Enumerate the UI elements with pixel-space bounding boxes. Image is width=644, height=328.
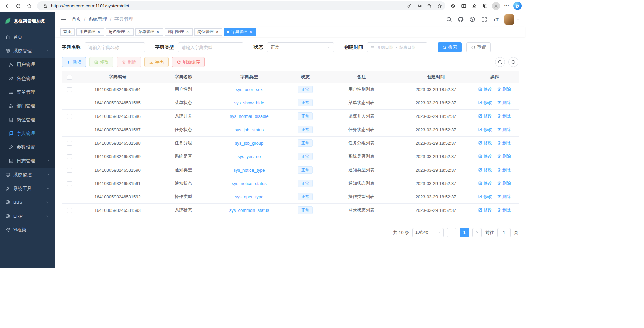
sidebar-item-param-settings[interactable]: 参数设置: [0, 140, 55, 154]
close-icon[interactable]: ×: [126, 30, 131, 34]
sidebar-item-user-mgmt[interactable]: 用户管理: [0, 58, 55, 72]
row-delete-link[interactable]: 删除: [497, 140, 511, 146]
split-screen-icon[interactable]: [459, 1, 469, 11]
row-delete-link[interactable]: 删除: [497, 207, 511, 213]
page-size-select[interactable]: 10条/页: [412, 228, 444, 237]
row-edit-link[interactable]: 修改: [478, 100, 492, 106]
row-checkbox[interactable]: [67, 114, 72, 119]
row-delete-link[interactable]: 删除: [497, 153, 511, 159]
password-key-icon[interactable]: [405, 2, 414, 10]
dict-type-link[interactable]: sys_normal_disable: [230, 114, 269, 119]
date-range-picker[interactable]: 开始日期 - 结束日期: [367, 42, 427, 52]
dict-type-link[interactable]: sys_notice_status: [232, 181, 266, 186]
tab-item[interactable]: 角色管理×: [106, 28, 134, 36]
row-checkbox[interactable]: [67, 208, 72, 213]
extensions-icon[interactable]: [448, 1, 458, 11]
row-edit-link[interactable]: 修改: [478, 167, 492, 173]
row-edit-link[interactable]: 修改: [478, 86, 492, 92]
export-button[interactable]: 导出: [144, 57, 169, 67]
row-delete-link[interactable]: 删除: [497, 113, 511, 119]
dict-name-input[interactable]: [85, 42, 145, 52]
row-checkbox[interactable]: [67, 128, 72, 132]
sidebar-item-system-tools[interactable]: 系统工具: [0, 182, 55, 195]
favorites-bar-icon[interactable]: [469, 1, 479, 11]
dict-type-link[interactable]: sys_show_hide: [234, 100, 264, 105]
close-icon[interactable]: ×: [249, 30, 253, 34]
goto-page-input[interactable]: [497, 228, 511, 237]
browser-profile-button[interactable]: [491, 1, 501, 11]
breadcrumb-item[interactable]: 首页: [72, 16, 81, 22]
next-page-button[interactable]: [472, 228, 482, 237]
user-menu[interactable]: [504, 14, 520, 25]
fullscreen-icon[interactable]: [481, 16, 487, 22]
zoom-out-icon[interactable]: [425, 2, 434, 10]
sidebar-item-system-monitor[interactable]: 系统监控: [0, 168, 55, 182]
current-page[interactable]: 1: [460, 228, 469, 237]
row-delete-link[interactable]: 删除: [497, 127, 511, 133]
status-select[interactable]: 正常: [267, 42, 334, 52]
dict-type-link[interactable]: sys_job_group: [235, 141, 264, 146]
close-icon[interactable]: ×: [156, 30, 160, 34]
sidebar-item-system-mgmt[interactable]: 系统管理: [0, 44, 55, 58]
search-button[interactable]: 搜索: [438, 42, 462, 52]
row-checkbox[interactable]: [67, 181, 72, 186]
row-checkbox[interactable]: [67, 141, 72, 146]
breadcrumb-item[interactable]: 系统管理: [88, 16, 107, 22]
tab-item[interactable]: 首页: [60, 28, 75, 36]
close-icon[interactable]: ×: [215, 30, 219, 34]
dict-type-link[interactable]: sys_job_status: [235, 127, 264, 132]
lock-icon[interactable]: [41, 2, 50, 10]
tab-item[interactable]: 用户管理×: [76, 28, 104, 36]
row-checkbox[interactable]: [67, 101, 72, 105]
row-checkbox[interactable]: [67, 168, 72, 173]
sidebar-item-menu-mgmt[interactable]: 菜单管理: [0, 85, 55, 99]
tab-item[interactable]: 菜单管理×: [135, 28, 163, 36]
toggle-search-button[interactable]: [495, 57, 505, 67]
close-icon[interactable]: ×: [97, 30, 101, 34]
prev-page-button[interactable]: [447, 228, 456, 237]
app-logo[interactable]: 意框架管理系统: [0, 12, 55, 30]
sidebar-item-post-mgmt[interactable]: 岗位管理: [0, 113, 55, 127]
row-delete-link[interactable]: 删除: [497, 86, 511, 92]
close-icon[interactable]: ×: [185, 30, 190, 34]
row-edit-link[interactable]: 修改: [478, 207, 492, 213]
tab-item[interactable]: 字典管理×: [224, 28, 256, 36]
bing-chat-icon[interactable]: b: [512, 1, 522, 11]
browser-back-icon[interactable]: [3, 1, 13, 11]
font-size-icon[interactable]: тT: [493, 17, 499, 22]
row-edit-link[interactable]: 修改: [478, 194, 492, 200]
row-edit-link[interactable]: 修改: [478, 153, 492, 159]
dict-type-link[interactable]: sys_common_status: [229, 208, 269, 213]
sidebar-item-bbs[interactable]: BBS: [0, 195, 55, 209]
add-button[interactable]: 新增: [62, 57, 86, 67]
dict-type-link[interactable]: sys_oper_type: [235, 194, 264, 199]
row-edit-link[interactable]: 修改: [478, 127, 492, 133]
row-checkbox[interactable]: [67, 195, 72, 199]
row-delete-link[interactable]: 删除: [497, 167, 511, 173]
github-icon[interactable]: [458, 16, 464, 22]
dict-type-link[interactable]: sys_user_sex: [236, 87, 262, 92]
tab-item[interactable]: 部门管理×: [165, 28, 193, 36]
sidebar-item-yi-framework[interactable]: Yi框架: [0, 223, 55, 237]
browser-more-icon[interactable]: ⋯: [502, 1, 512, 11]
edit-button[interactable]: 修改: [89, 57, 113, 67]
row-checkbox[interactable]: [67, 87, 72, 92]
select-all-checkbox[interactable]: [67, 75, 72, 80]
sidebar-item-log-mgmt[interactable]: 日志管理: [0, 154, 55, 168]
sidebar-item-home[interactable]: 首页: [0, 30, 55, 44]
address-bar[interactable]: https://ccnetcore.com:1101/system/dict: [37, 1, 445, 10]
row-delete-link[interactable]: 删除: [497, 100, 511, 106]
row-checkbox[interactable]: [67, 154, 72, 159]
browser-home-icon[interactable]: [24, 1, 34, 11]
read-aloud-icon[interactable]: [415, 2, 424, 10]
header-search-icon[interactable]: [446, 16, 452, 22]
dict-type-input[interactable]: [178, 42, 243, 52]
row-delete-link[interactable]: 删除: [497, 194, 511, 200]
refresh-table-button[interactable]: [508, 57, 518, 67]
row-delete-link[interactable]: 删除: [497, 180, 511, 186]
favorite-star-icon[interactable]: [435, 2, 444, 10]
tab-item[interactable]: 岗位管理×: [194, 28, 222, 36]
reset-button[interactable]: 重置: [466, 42, 491, 52]
row-edit-link[interactable]: 修改: [478, 140, 492, 146]
row-edit-link[interactable]: 修改: [478, 113, 492, 119]
